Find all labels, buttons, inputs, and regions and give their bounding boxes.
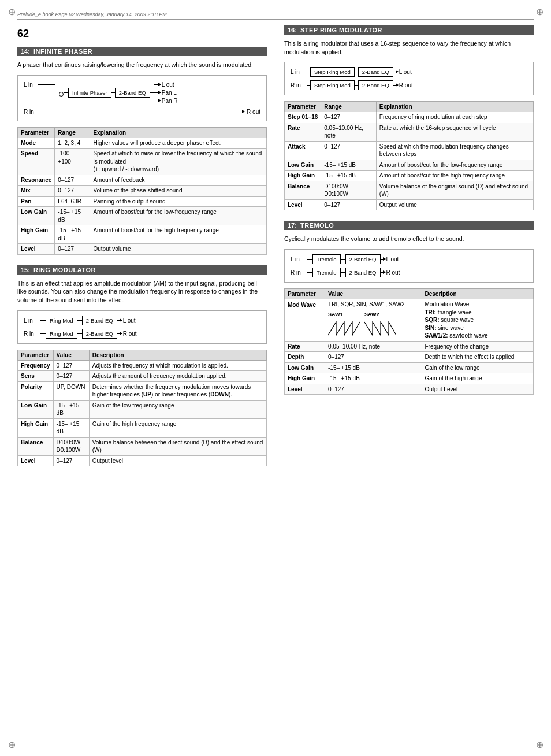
diagram-17-box2b: 2-Band EQ: [345, 268, 381, 277]
cell: Rate: [285, 341, 325, 352]
section-15-table: Parameter Value Description Frequency 0–…: [17, 350, 267, 467]
cell: Low Gain: [18, 207, 55, 225]
section-17-diagram: L in Tremolo 2-Band EQ L out R in Trem: [284, 249, 534, 283]
diagram-15-box1b: Ring Mod: [46, 329, 77, 339]
cell: 0–127: [55, 186, 90, 197]
cell: Balance: [285, 181, 321, 199]
cell: Amount of feedback: [90, 175, 267, 186]
table-17-h2: Value: [325, 289, 422, 299]
cell: Volume balance of the original sound (D)…: [376, 181, 533, 199]
table-row: Level 0–127 Output volume: [18, 244, 267, 255]
diagram-16-r-in: R in: [291, 82, 307, 88]
table-row: High Gain -15– +15 dB Gain of the high r…: [285, 373, 534, 384]
cell: 0–127: [321, 141, 377, 160]
diagram-16-box1b: Step Ring Mod: [310, 80, 355, 90]
section-15-number: 15:: [21, 266, 30, 273]
table-row: Pan L64–63R Panning of the output sound: [18, 196, 267, 207]
section-17-header: 17: TREMOLO: [284, 221, 534, 230]
cell: Balance: [18, 437, 54, 455]
left-column: 62 14: INFINITE PHASER A phaser that con…: [17, 25, 267, 477]
table-row: Balance D100:0W–D0:100W Volume balance o…: [285, 181, 534, 199]
cell: -15– +15 dB: [321, 171, 377, 181]
cell: Speed at which the modulation frequency …: [376, 141, 533, 160]
diagram-15-box1: Ring Mod: [46, 316, 77, 325]
diagram-17-box1: Tremolo: [312, 254, 341, 264]
diagram-14-circle: [59, 92, 64, 97]
section-17-desc: Cyclically modulates the volume to add t…: [284, 235, 534, 243]
cell: Amount of boost/cut for the low-frequenc…: [376, 160, 533, 171]
diagram-17-box1b: Tremolo: [312, 268, 341, 277]
cell: Speed at which to raise or lower the fre…: [90, 149, 267, 175]
cell: Sens: [18, 371, 54, 382]
cell: 0–127: [53, 371, 89, 382]
cell: High Gain: [18, 418, 54, 437]
cell: UP, DOWN: [53, 381, 89, 400]
cell: Level: [18, 455, 54, 466]
table-14-h2: Range: [55, 127, 90, 138]
section-14-number: 14:: [21, 48, 30, 55]
diagram-17-r-in: R in: [291, 269, 307, 276]
section-14-desc: A phaser that continues raising/lowering…: [17, 61, 267, 69]
table-row: Mix 0–127 Volume of the phase-shifted so…: [18, 186, 267, 197]
cell: Gain of the low range: [422, 362, 533, 373]
cell: Low Gain: [285, 362, 325, 373]
cell: Rate: [285, 123, 321, 141]
cell: Low Gain: [18, 400, 54, 418]
section-15-title: RING MODULATOR: [33, 266, 96, 273]
diagram-16-box2b: 2-Band EQ: [358, 80, 393, 90]
corner-mark-bl: ⊕: [6, 739, 17, 750]
section-14-header: 14: INFINITE PHASER: [17, 47, 267, 56]
table-row: High Gain -15– +15 dB Amount of boost/cu…: [285, 171, 534, 181]
cell: Amount of boost/cut for the low-frequenc…: [90, 207, 267, 225]
section-17-title: TREMOLO: [300, 222, 334, 229]
cell: 0–127: [55, 175, 90, 186]
table-row: Resonance 0–127 Amount of feedback: [18, 175, 267, 186]
table-15-h1: Parameter: [18, 350, 54, 360]
cell: Amount of boost/cut for the high-frequen…: [376, 171, 533, 181]
corner-mark-tl: ⊕: [6, 6, 17, 17]
cell: D100:0W–D0:100W: [53, 437, 89, 455]
table-row: High Gain -15– +15 dB Amount of boost/cu…: [18, 225, 267, 244]
cell: 0–127: [321, 199, 377, 210]
cell: Panning of the output sound: [90, 196, 267, 207]
cell: Frequency of ring modulation at each ste…: [376, 112, 533, 123]
cell: Adjusts the amount of frequency modulati…: [89, 371, 266, 382]
diagram-15-box2b: 2-Band EQ: [82, 329, 117, 339]
diagram-16-l-in: L in: [291, 69, 307, 75]
table-row: Balance D100:0W–D0:100W Volume balance b…: [18, 437, 267, 455]
cell: Attack: [285, 141, 321, 160]
cell: Polarity: [18, 381, 54, 400]
table-row: Low Gain -15– +15 dB Amount of boost/cut…: [285, 160, 534, 171]
diagram-17-r-out: R out: [386, 269, 400, 276]
cell: 0–127: [325, 384, 422, 395]
cell: -15– +15 dB: [321, 160, 377, 171]
cell: -15– +15 dB: [53, 400, 89, 418]
section-14-table: Parameter Range Explanation Mode 1, 2, 3…: [17, 127, 267, 255]
section-16-header: 16: STEP RING MODULATOR: [284, 25, 534, 35]
table-16-h1: Parameter: [285, 102, 321, 112]
section-14: 14: INFINITE PHASER A phaser that contin…: [17, 47, 267, 255]
diagram-16-r-out: R out: [399, 82, 413, 88]
cell-mod-wave-param: Mod Wave: [285, 299, 325, 342]
cell: 0–127: [53, 360, 89, 371]
cell: Gain of the high frequency range: [89, 418, 266, 437]
diagram-14-r-in: R in: [24, 109, 38, 115]
diagram-14-pan-l: Pan L: [162, 90, 177, 96]
cell: -15– +15 dB: [325, 362, 422, 373]
table-14-h3: Explanation: [90, 127, 267, 138]
cell: Frequency of the change: [422, 341, 533, 352]
section-16: 16: STEP RING MODULATOR This is a ring m…: [284, 25, 534, 210]
cell: Speed: [18, 149, 55, 175]
section-16-number: 16:: [288, 27, 297, 34]
section-14-diagram: L in Infinite Phaser: [17, 75, 267, 121]
table-row: Rate 0.05–10.00 Hz, note Frequency of th…: [285, 341, 534, 352]
cell: Level: [285, 199, 321, 210]
cell-mod-wave-value: TRI, SQR, SIN, SAW1, SAW2 SAW1: [325, 299, 422, 342]
diagram-17-l-out: L out: [386, 256, 399, 262]
table-row: Level 0–127 Output volume: [285, 199, 534, 210]
cell: Mode: [18, 138, 55, 149]
diagram-15-l-in: L in: [24, 317, 40, 324]
section-15-desc: This is an effect that applies amplitude…: [17, 279, 267, 305]
cell: Determines whether the frequency modulat…: [89, 381, 266, 400]
diagram-16-box1: Step Ring Mod: [310, 67, 355, 77]
